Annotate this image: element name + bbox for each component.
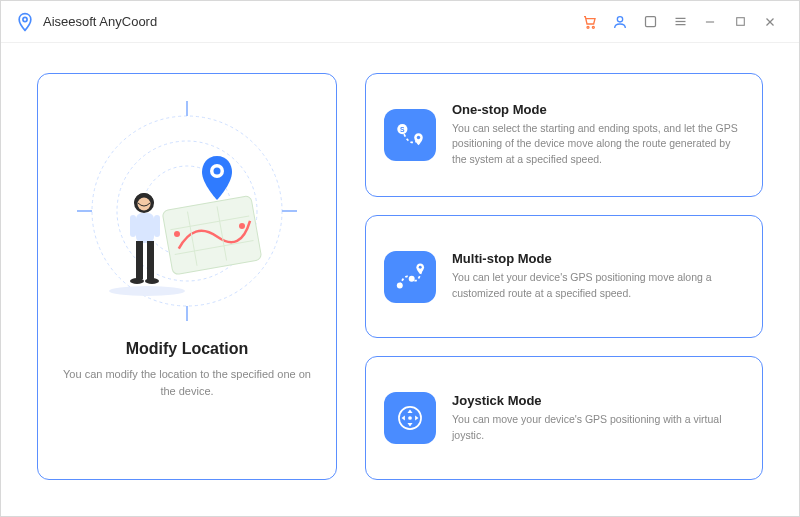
user-button[interactable] — [605, 7, 635, 37]
svg-point-20 — [174, 231, 180, 237]
one-stop-mode-card[interactable]: S One-stop Mode You can select the start… — [365, 73, 763, 197]
modify-location-title: Modify Location — [126, 340, 249, 358]
svg-point-37 — [397, 282, 403, 288]
svg-marker-43 — [402, 416, 405, 421]
one-stop-desc: You can select the starting and ending s… — [452, 121, 744, 168]
multi-stop-desc: You can let your device's GPS positionin… — [452, 270, 744, 302]
multi-stop-mode-card[interactable]: Multi-stop Mode You can let your device'… — [365, 215, 763, 339]
maximize-button[interactable] — [725, 7, 755, 37]
square-icon — [643, 14, 658, 29]
menu-button[interactable] — [665, 7, 695, 37]
svg-point-3 — [617, 16, 622, 21]
svg-point-36 — [417, 136, 420, 139]
svg-marker-44 — [415, 416, 418, 421]
user-icon — [612, 14, 628, 30]
svg-point-1 — [587, 26, 589, 28]
svg-rect-27 — [136, 241, 143, 279]
joystick-mode-card[interactable]: Joystick Mode You can move your device's… — [365, 356, 763, 480]
svg-point-39 — [419, 265, 422, 268]
svg-rect-28 — [147, 241, 154, 279]
menu-icon — [673, 14, 688, 29]
joystick-text: Joystick Mode You can move your device's… — [452, 393, 744, 444]
svg-rect-9 — [736, 18, 744, 26]
svg-point-23 — [214, 168, 221, 175]
cart-icon — [582, 14, 598, 30]
minimize-icon — [703, 15, 717, 29]
app-title: Aiseesoft AnyCoord — [43, 14, 157, 29]
svg-point-2 — [592, 26, 594, 28]
close-button[interactable] — [755, 7, 785, 37]
maximize-icon — [734, 15, 747, 28]
svg-marker-42 — [407, 423, 412, 426]
svg-marker-41 — [407, 410, 412, 413]
close-icon — [763, 15, 777, 29]
one-stop-text: One-stop Mode You can select the startin… — [452, 102, 744, 168]
svg-rect-26 — [136, 213, 154, 243]
modes-column: S One-stop Mode You can select the start… — [365, 73, 763, 480]
svg-point-0 — [23, 17, 27, 21]
main-content: Modify Location You can modify the locat… — [1, 43, 799, 516]
modify-location-card[interactable]: Modify Location You can modify the locat… — [37, 73, 337, 480]
joystick-title: Joystick Mode — [452, 393, 744, 408]
minimize-button[interactable] — [695, 7, 725, 37]
one-stop-title: One-stop Mode — [452, 102, 744, 117]
svg-rect-4 — [645, 17, 655, 27]
modify-location-illustration — [72, 96, 302, 326]
multi-stop-icon — [384, 251, 436, 303]
joystick-icon — [384, 392, 436, 444]
joystick-desc: You can move your device's GPS positioni… — [452, 412, 744, 444]
svg-point-21 — [239, 223, 245, 229]
titlebar: Aiseesoft AnyCoord — [1, 1, 799, 43]
svg-point-29 — [130, 278, 144, 284]
svg-text:S: S — [400, 125, 405, 132]
svg-point-38 — [409, 275, 415, 281]
modify-location-desc: You can modify the location to the speci… — [56, 366, 318, 399]
svg-point-45 — [408, 416, 412, 420]
app-logo-icon — [15, 12, 35, 32]
svg-rect-32 — [154, 215, 160, 237]
svg-rect-31 — [130, 215, 136, 237]
feedback-button[interactable] — [635, 7, 665, 37]
one-stop-icon: S — [384, 109, 436, 161]
svg-point-33 — [109, 286, 185, 296]
multi-stop-text: Multi-stop Mode You can let your device'… — [452, 251, 744, 302]
app-window: Aiseesoft AnyCoord — [0, 0, 800, 517]
multi-stop-title: Multi-stop Mode — [452, 251, 744, 266]
svg-point-30 — [145, 278, 159, 284]
cart-button[interactable] — [575, 7, 605, 37]
